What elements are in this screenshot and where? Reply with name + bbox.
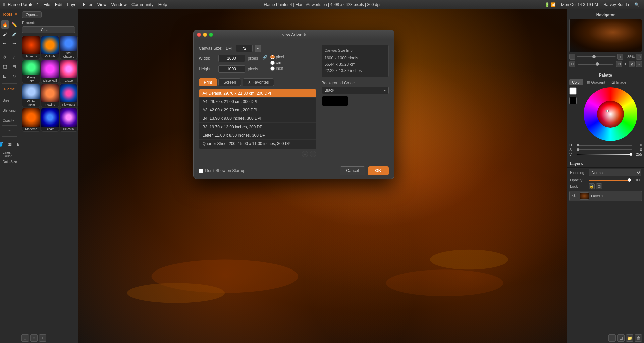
- tool-brush[interactable]: 🖌: [1, 30, 9, 38]
- rotate-slider[interactable]: [578, 64, 613, 65]
- rotate-cw-btn[interactable]: ↻: [616, 61, 622, 67]
- zoom-out-btn[interactable]: −: [569, 54, 575, 60]
- layer-visibility-btn[interactable]: 👁: [572, 193, 578, 199]
- close-button[interactable]: [197, 33, 201, 37]
- preset-item-4[interactable]: B3, 19.70 x 13.90 inches, 200 DPI: [199, 123, 316, 131]
- tool-options-icon[interactable]: ≡: [7, 128, 12, 134]
- dont-show-checkbox[interactable]: [199, 169, 203, 173]
- duplicate-layer-btn[interactable]: ⊡: [617, 334, 625, 342]
- lock-aspect-ratio[interactable]: 🔗: [262, 55, 268, 60]
- menu-help[interactable]: Help: [158, 2, 167, 7]
- preset-item-2[interactable]: A3, 42.00 x 29.70 cm, 200 DPI: [199, 106, 316, 114]
- navigator-thumbnail[interactable]: [569, 19, 642, 52]
- zoom-slider[interactable]: [577, 56, 616, 57]
- zoom-in-btn[interactable]: +: [617, 54, 623, 60]
- rotate-ccw-btn[interactable]: ↺: [569, 61, 575, 67]
- menu-app-name[interactable]: Flame Painter 4: [8, 2, 39, 7]
- apple-icon[interactable]: : [3, 2, 5, 7]
- brush-item-winterglam[interactable]: Winter Glam: [22, 84, 40, 107]
- tool-pen[interactable]: ✏️: [10, 20, 18, 29]
- dont-show-checkbox-label[interactable]: Don't Show on Startup: [199, 168, 246, 173]
- add-preset-btn[interactable]: +: [302, 151, 308, 157]
- sat-slider[interactable]: [577, 149, 632, 150]
- tool-paint-bucket[interactable]: 🪣: [0, 140, 4, 148]
- dpi-input[interactable]: [236, 45, 253, 52]
- menu-layer[interactable]: Layer: [67, 2, 78, 7]
- minimize-button[interactable]: [203, 33, 207, 37]
- tool-move[interactable]: ✥: [1, 53, 9, 61]
- tool-crop[interactable]: ⊡: [1, 72, 9, 80]
- tool-eyedropper[interactable]: 💉: [10, 30, 18, 38]
- unit-pixel-radio[interactable]: pixel: [270, 55, 284, 59]
- brush-item-colorib[interactable]: Colorib: [41, 36, 59, 59]
- brush-item-grace[interactable]: Grace: [60, 60, 78, 83]
- preset-tab-print[interactable]: Print: [199, 78, 217, 86]
- height-input[interactable]: [218, 65, 245, 73]
- tool-lasso[interactable]: ⊞: [10, 62, 18, 70]
- color-wheel-container[interactable]: [584, 87, 637, 141]
- preset-item-6[interactable]: Quarter Sheet 200, 15.00 x 11.00 inches,…: [199, 140, 316, 148]
- tool-rotate[interactable]: ↻: [10, 72, 18, 80]
- preset-tab-screen[interactable]: Screen: [218, 78, 241, 86]
- menu-file[interactable]: File: [43, 2, 50, 7]
- palette-tab-gradient[interactable]: ▦ Gradient: [584, 79, 608, 85]
- flip-btn[interactable]: ↔: [636, 61, 642, 67]
- opacity-slider[interactable]: [589, 180, 631, 181]
- canvas-area[interactable]: New Artwork Canvas Size: DPI: ▾: [78, 9, 567, 343]
- brush-item-celestial[interactable]: Celestial: [60, 108, 78, 132]
- brush-item-starchasers[interactable]: Star Chasers: [60, 36, 78, 59]
- preset-item-1[interactable]: A4, 29.70 x 21.00 cm, 300 DPI: [199, 98, 316, 106]
- lock-all-btn[interactable]: ⊡: [596, 183, 602, 189]
- tools-menu-icon[interactable]: ≡: [15, 12, 17, 17]
- ok-button[interactable]: OK: [368, 166, 389, 175]
- brushes-add-btn[interactable]: +: [39, 334, 46, 342]
- brush-item-discohall[interactable]: Disco Hall: [41, 60, 59, 83]
- unit-inch-radio[interactable]: inch: [270, 66, 284, 71]
- blending-mode-select[interactable]: Normal: [589, 169, 641, 176]
- black-swatch[interactable]: [569, 97, 577, 104]
- preset-item-0[interactable]: A4 Default, 29.70 x 21.00 cm, 200 DPI: [199, 89, 316, 98]
- preset-item-5[interactable]: Letter, 11.00 x 8.50 inches, 300 DPI: [199, 131, 316, 140]
- tool-flame[interactable]: 🔥: [1, 20, 9, 29]
- dpi-dropdown[interactable]: ▾: [255, 45, 261, 52]
- tool-select[interactable]: ⬚: [1, 62, 9, 70]
- tool-undo[interactable]: ↩: [1, 39, 9, 47]
- clear-list-button[interactable]: Clear List: [22, 26, 75, 33]
- brush-item-flowing2[interactable]: Flowing 2: [60, 84, 78, 107]
- brush-item-gleam[interactable]: Gleam: [41, 108, 59, 132]
- brush-item-anarchy[interactable]: Anarchy: [22, 36, 40, 59]
- menu-community[interactable]: Community: [131, 2, 154, 7]
- add-layer-btn[interactable]: +: [608, 334, 616, 342]
- menu-filter[interactable]: Filter: [83, 2, 93, 7]
- brush-item-flowing[interactable]: Flowing: [41, 84, 59, 107]
- maximize-button[interactable]: [209, 33, 213, 37]
- palette-tab-image[interactable]: 🖼 Image: [609, 79, 629, 85]
- brush-item-moderna[interactable]: Moderna: [22, 108, 40, 132]
- menu-edit[interactable]: Edit: [55, 2, 62, 7]
- menu-window[interactable]: Window: [111, 2, 127, 7]
- rotate-reset-btn[interactable]: ⊠: [629, 61, 635, 67]
- preset-item-3[interactable]: B4, 13.90 x 9.80 inches, 300 DPI: [199, 114, 316, 123]
- layer-item-0[interactable]: 👁 Layer 1: [569, 191, 642, 201]
- brushes-grid-btn[interactable]: ⊞: [21, 334, 29, 342]
- white-swatch[interactable]: [569, 87, 577, 95]
- zoom-fit-btn[interactable]: ⊡: [636, 54, 642, 60]
- preset-item-7[interactable]: Half Sheet, 22.00 x 15.00 inches, 200 DP…: [199, 148, 316, 149]
- lock-position-btn[interactable]: 🔒: [589, 183, 595, 189]
- tool-transform[interactable]: ⤢: [10, 53, 18, 61]
- hue-slider[interactable]: [577, 145, 632, 146]
- color-wheel-inner[interactable]: [597, 101, 624, 128]
- val-slider[interactable]: [577, 154, 632, 155]
- palette-tab-color[interactable]: Color: [569, 79, 583, 85]
- open-button[interactable]: Open...: [22, 11, 42, 18]
- unit-cm-radio[interactable]: cm: [270, 60, 284, 65]
- cancel-button[interactable]: Cancel: [340, 166, 365, 175]
- tool-redo[interactable]: ↪: [10, 39, 18, 47]
- bg-color-swatch[interactable]: [322, 96, 348, 106]
- bg-color-dropdown[interactable]: Black ▾: [322, 87, 389, 94]
- preset-tab-favorites[interactable]: ★ Favorites: [243, 78, 274, 86]
- brushes-list-btn[interactable]: ≡: [30, 334, 38, 342]
- delete-layer-btn[interactable]: 🗑: [635, 334, 642, 342]
- width-input[interactable]: [218, 55, 245, 62]
- remove-preset-btn[interactable]: −: [310, 151, 316, 157]
